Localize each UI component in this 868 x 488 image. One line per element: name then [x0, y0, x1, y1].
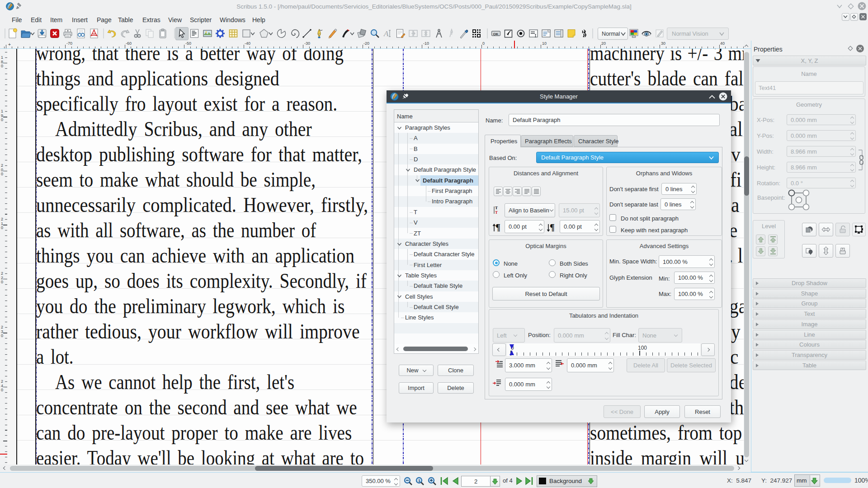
svg-text:OK: OK — [493, 32, 499, 36]
svg-text:1: 1 — [418, 479, 420, 483]
svg-text:T: T — [495, 210, 498, 215]
svg-text:A: A — [383, 29, 389, 38]
svg-text:¶: ¶ — [550, 222, 555, 232]
svg-text:T: T — [495, 206, 498, 210]
svg-text:¶: ¶ — [495, 222, 500, 232]
